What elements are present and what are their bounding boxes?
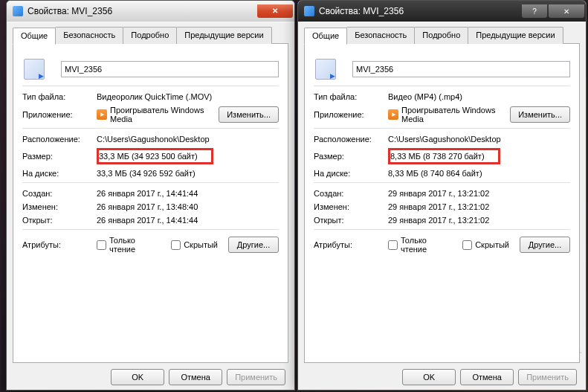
- opened-value: 29 января 2017 г., 13:21:02: [388, 216, 570, 225]
- tab-details[interactable]: Подробно: [414, 27, 468, 44]
- close-button[interactable]: [549, 4, 584, 18]
- tab-security[interactable]: Безопасность: [55, 27, 123, 44]
- hidden-label: Скрытый: [184, 240, 218, 249]
- app-label: Приложение:: [22, 110, 97, 119]
- disk-value: 33,3 МБ (34 926 592 байт): [97, 169, 279, 178]
- video-file-icon: [314, 57, 337, 81]
- opened-label: Открыт:: [314, 216, 388, 225]
- properties-window-left: Свойства: MVI_2356 Общие Безопасность По…: [6, 0, 295, 391]
- change-app-button[interactable]: Изменить...: [219, 106, 279, 123]
- tab-body: MVI_2356 Тип файла: Видео (MP4) (.mp4) П…: [304, 43, 580, 363]
- hidden-checkbox-input[interactable]: [171, 240, 181, 250]
- hidden-checkbox[interactable]: Скрытый: [462, 240, 509, 250]
- size-value: 8,33 МБ (8 738 270 байт): [388, 148, 500, 164]
- modified-value: 26 января 2017 г., 13:48:40: [97, 202, 279, 211]
- tab-body: MVI_2356 Тип файла: Видеоролик QuickTime…: [13, 43, 288, 363]
- help-button[interactable]: [522, 4, 547, 18]
- tabstrip: Общие Безопасность Подробно Предыдущие в…: [13, 27, 288, 44]
- size-label: Размер:: [314, 152, 388, 161]
- attrs-label: Атрибуты:: [314, 240, 388, 249]
- apply-button[interactable]: Применить: [227, 369, 285, 385]
- filename-input[interactable]: MVI_2356: [352, 61, 570, 77]
- location-value: C:\Users\Gagushonok\Desktop: [388, 135, 570, 144]
- filename-input[interactable]: MVI_2356: [61, 61, 279, 77]
- readonly-checkbox[interactable]: Только чтение: [97, 236, 161, 254]
- titlebar[interactable]: Свойства: MVI_2356: [298, 1, 586, 22]
- filetype-value: Видео (MP4) (.mp4): [388, 92, 570, 101]
- disk-value: 8,33 МБ (8 740 864 байт): [388, 169, 570, 178]
- disk-label: На диске:: [314, 169, 388, 178]
- tab-details[interactable]: Подробно: [123, 27, 177, 44]
- modified-label: Изменен:: [314, 202, 388, 211]
- dialog-footer: OK Отмена Применить: [304, 363, 580, 387]
- app-value: Проигрыватель Windows Media: [110, 106, 219, 123]
- window-icon: [304, 6, 314, 16]
- properties-window-right: Свойства: MVI_2356 Общие Безопасность По…: [297, 0, 587, 391]
- attrs-label: Атрибуты:: [22, 240, 97, 249]
- window-title: Свойства: MVI_2356: [28, 6, 256, 16]
- app-value: Проигрыватель Windows Media: [401, 106, 510, 123]
- apply-button[interactable]: Применить: [518, 369, 577, 385]
- created-label: Создан:: [22, 189, 97, 198]
- close-button[interactable]: [257, 4, 293, 18]
- created-label: Создан:: [314, 189, 388, 198]
- wmp-icon: [388, 109, 398, 120]
- filetype-label: Тип файла:: [22, 92, 97, 101]
- wmp-icon: [97, 109, 107, 120]
- tabstrip: Общие Безопасность Подробно Предыдущие в…: [304, 27, 580, 44]
- modified-value: 29 января 2017 г., 13:21:02: [388, 202, 570, 211]
- opened-label: Открыт:: [22, 216, 97, 225]
- tab-general[interactable]: Общие: [13, 28, 56, 45]
- app-label: Приложение:: [314, 110, 388, 119]
- readonly-checkbox-input[interactable]: [388, 240, 398, 250]
- change-app-button[interactable]: Изменить...: [510, 106, 570, 123]
- filetype-value: Видеоролик QuickTime (.MOV): [97, 92, 279, 101]
- other-attrs-button[interactable]: Другие...: [520, 237, 570, 253]
- ok-button[interactable]: OK: [402, 369, 456, 385]
- window-icon: [13, 6, 23, 16]
- readonly-label: Только чтение: [109, 236, 161, 254]
- opened-value: 26 января 2017 г., 14:41:44: [97, 216, 279, 225]
- tab-general[interactable]: Общие: [304, 28, 347, 45]
- titlebar[interactable]: Свойства: MVI_2356: [7, 1, 294, 22]
- hidden-label: Скрытый: [475, 240, 509, 249]
- tab-previous-versions[interactable]: Предыдущие версии: [468, 27, 563, 44]
- size-value: 33,3 МБ (34 923 500 байт): [97, 148, 213, 164]
- window-title: Свойства: MVI_2356: [319, 6, 520, 16]
- readonly-checkbox-input[interactable]: [97, 240, 106, 250]
- tab-previous-versions[interactable]: Предыдущие версии: [176, 27, 271, 44]
- other-attrs-button[interactable]: Другие...: [228, 237, 279, 253]
- created-value: 26 января 2017 г., 14:41:44: [97, 189, 279, 198]
- tab-security[interactable]: Безопасность: [346, 27, 415, 44]
- hidden-checkbox[interactable]: Скрытый: [171, 240, 218, 250]
- location-label: Расположение:: [22, 135, 97, 144]
- cancel-button[interactable]: Отмена: [169, 369, 222, 385]
- readonly-label: Только чтение: [401, 236, 452, 254]
- readonly-checkbox[interactable]: Только чтение: [388, 236, 452, 254]
- location-label: Расположение:: [314, 135, 388, 144]
- created-value: 29 января 2017 г., 13:21:02: [388, 189, 570, 198]
- size-label: Размер:: [22, 152, 97, 161]
- ok-button[interactable]: OK: [111, 369, 164, 385]
- disk-label: На диске:: [22, 169, 97, 178]
- modified-label: Изменен:: [22, 202, 97, 211]
- hidden-checkbox-input[interactable]: [462, 240, 472, 250]
- cancel-button[interactable]: Отмена: [460, 369, 514, 385]
- filetype-label: Тип файла:: [314, 92, 388, 101]
- dialog-footer: OK Отмена Применить: [13, 363, 288, 387]
- location-value: C:\Users\Gagushonok\Desktop: [97, 135, 279, 144]
- video-file-icon: [22, 57, 46, 81]
